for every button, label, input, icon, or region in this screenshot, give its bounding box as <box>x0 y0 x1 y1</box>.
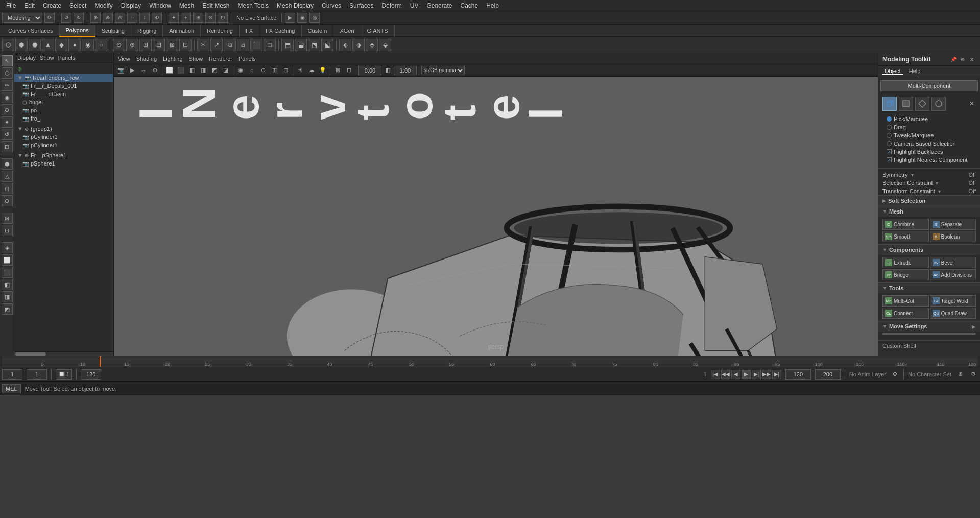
vp-light-1[interactable]: ☀ <box>295 65 305 76</box>
tab-giants[interactable]: GIANTS <box>361 25 395 37</box>
menu-curves[interactable]: Curves <box>318 2 345 9</box>
toolbar-icon-4[interactable]: ▲ <box>42 39 54 51</box>
toolbar-icon-24[interactable]: ⬕ <box>321 39 333 51</box>
outliner-item-po[interactable]: 📷 po_ <box>14 106 113 114</box>
smooth-button[interactable]: Sm Smooth <box>882 231 929 242</box>
bridge-button[interactable]: Br Bridge <box>882 269 929 280</box>
highlight-nearest-option[interactable]: ✓ Highlight Nearest Component <box>882 156 976 164</box>
vp-grid-4[interactable]: ◨ <box>198 65 208 76</box>
snap-tool-5[interactable]: ◨ <box>2 291 13 302</box>
layer-indicator[interactable]: 🔲 1 <box>56 369 72 380</box>
component-d[interactable]: ⊙ <box>2 195 13 206</box>
add-divisions-button[interactable]: Ad Add Divisions <box>930 269 976 280</box>
menu-edit-mesh[interactable]: Edit Mesh <box>198 2 233 9</box>
vp-extra-2[interactable]: ⊡ <box>344 65 354 76</box>
ws-icon-1[interactable]: ⟳ <box>44 13 55 23</box>
vp-grid-3[interactable]: ◧ <box>187 65 197 76</box>
drag-option[interactable]: Drag <box>882 123 976 131</box>
vp-grid-6[interactable]: ◪ <box>221 65 231 76</box>
menu-help[interactable]: Help <box>482 2 503 9</box>
tab-custom[interactable]: Custom <box>302 25 334 37</box>
menu-mesh-display[interactable]: Mesh Display <box>273 2 318 9</box>
toolbar-icon-19[interactable]: ⬛ <box>250 39 262 51</box>
outliner-scrollbar-thumb[interactable] <box>15 352 46 356</box>
tweak-marquee-option[interactable]: Tweak/Marquee <box>882 131 976 139</box>
vp-light-3[interactable]: 💡 <box>318 65 328 76</box>
snap-tool-3[interactable]: ⬛ <box>2 267 13 278</box>
combine-button[interactable]: C Combine <box>882 219 929 230</box>
vp-icon-2[interactable]: ↔ <box>138 65 149 76</box>
toolbar-icon-13[interactable]: ⊠ <box>166 39 178 51</box>
ws-icon-4[interactable]: ⊕ <box>90 13 101 23</box>
tab-fx[interactable]: FX <box>240 25 259 37</box>
tab-fx-caching[interactable]: FX Caching <box>259 25 301 37</box>
ws-icon-9[interactable]: ⟲ <box>152 13 162 23</box>
toolbar-icon-1[interactable]: ⬡ <box>2 39 14 51</box>
menu-modify[interactable]: Modify <box>90 2 116 9</box>
vp-extra-1[interactable]: ⊠ <box>332 65 343 76</box>
menu-display[interactable]: Display <box>117 2 145 9</box>
toolbar-icon-15[interactable]: ✂ <box>197 39 209 51</box>
viewport-panels-menu[interactable]: Panels <box>236 56 258 62</box>
menu-file[interactable]: File <box>2 2 20 9</box>
target-weld-button[interactable]: Tw Target Weld <box>930 295 976 307</box>
camera-based-option[interactable]: Camera Based Selection <box>882 139 976 148</box>
tab-sculpting[interactable]: Sculpting <box>95 25 131 37</box>
tab-rendering[interactable]: Rendering <box>201 25 240 37</box>
ws-icon-7[interactable]: ↔ <box>127 13 137 23</box>
outliner-item-fr-decals[interactable]: 📷 Fr__r_Decals_001 <box>14 82 113 90</box>
multi-cut-button[interactable]: Mc Multi-Cut <box>882 295 929 307</box>
tab-animation[interactable]: Animation <box>163 25 201 37</box>
outliner-item-pcyl1[interactable]: 📷 pCylinder1 <box>14 133 113 141</box>
ws-icon-8[interactable]: ↕ <box>139 13 150 23</box>
menu-window[interactable]: Window <box>145 2 175 9</box>
outliner-add-btn[interactable]: ⊕ <box>14 65 113 74</box>
shape-face-btn[interactable] <box>899 97 913 111</box>
move-tool[interactable]: ✦ <box>2 116 13 128</box>
rotate-tool[interactable]: ↺ <box>2 129 13 140</box>
toolbar-icon-2[interactable]: ⬢ <box>15 39 28 51</box>
tab-polygons[interactable]: Polygons <box>59 25 95 37</box>
rp-tab-help[interactable]: Help <box>907 68 923 75</box>
anim-layer-icon[interactable]: ⊕ <box>890 370 899 379</box>
menu-cache[interactable]: Cache <box>456 2 482 9</box>
separate-button[interactable]: S Separate <box>930 219 976 230</box>
snap-tool-6[interactable]: ◩ <box>2 303 13 315</box>
toolbar-icon-12[interactable]: ⊟ <box>153 39 165 51</box>
ws-icon-2[interactable]: ↺ <box>61 13 71 23</box>
snap-tool-2[interactable]: ⬜ <box>2 254 13 266</box>
toolbar-icon-16[interactable]: ↗ <box>210 39 223 51</box>
toolbar-icon-27[interactable]: ⬘ <box>366 39 378 51</box>
quad-draw-button[interactable]: Qd Quad Draw <box>930 308 976 319</box>
anim-skip-end[interactable]: ▶| <box>772 370 781 379</box>
vp-icon-3[interactable]: ⊕ <box>150 65 160 76</box>
ws-render-1[interactable]: ▶ <box>285 13 295 23</box>
shape-sphere-btn[interactable] <box>931 97 946 111</box>
vp-shading-5[interactable]: ⊟ <box>280 65 291 76</box>
frame-current-input[interactable]: 1 <box>27 369 47 380</box>
selection-constraint-row[interactable]: Selection Constraint ▾ Off <box>878 179 980 187</box>
toolbar-icon-5[interactable]: ◆ <box>55 39 67 51</box>
ws-snap-1[interactable]: ✦ <box>169 13 179 23</box>
mel-label[interactable]: MEL <box>2 384 21 393</box>
vp-grid-1[interactable]: ⬜ <box>164 65 175 76</box>
anim-play[interactable]: ▶ <box>742 370 751 379</box>
components-section-header[interactable]: ▼ Components <box>878 244 980 255</box>
vp-icon-1[interactable]: ▶ <box>127 65 137 76</box>
outliner-display-menu[interactable]: Display <box>17 55 36 61</box>
outliner-item-rearfenders[interactable]: ▼ 📷 RearFenders_new <box>14 74 113 82</box>
outliner-item-psphere1[interactable]: 📷 pSphere1 <box>14 159 113 168</box>
boolean-button[interactable]: B Boolean <box>930 231 976 242</box>
viewport-lighting-menu[interactable]: Lighting <box>161 56 185 62</box>
ws-snap-5[interactable]: ⊡ <box>218 13 228 23</box>
vp-gamma-selector[interactable]: sRGB gamma <box>421 66 465 75</box>
shape-diamond-btn[interactable] <box>915 97 929 111</box>
anim-step-back[interactable]: ◀ <box>731 370 740 379</box>
shape-close-btn[interactable]: ✕ <box>968 100 976 108</box>
extrude-button[interactable]: E Extrude <box>882 257 929 268</box>
menu-mesh-tools[interactable]: Mesh Tools <box>234 2 273 9</box>
multi-component-button[interactable]: Multi-Component <box>880 80 978 91</box>
viewport-renderer-menu[interactable]: Renderer <box>207 56 234 62</box>
snap-tool-1[interactable]: ◈ <box>2 242 13 253</box>
viewport-canvas[interactable]: x y z I N e r v t o <box>114 77 878 356</box>
